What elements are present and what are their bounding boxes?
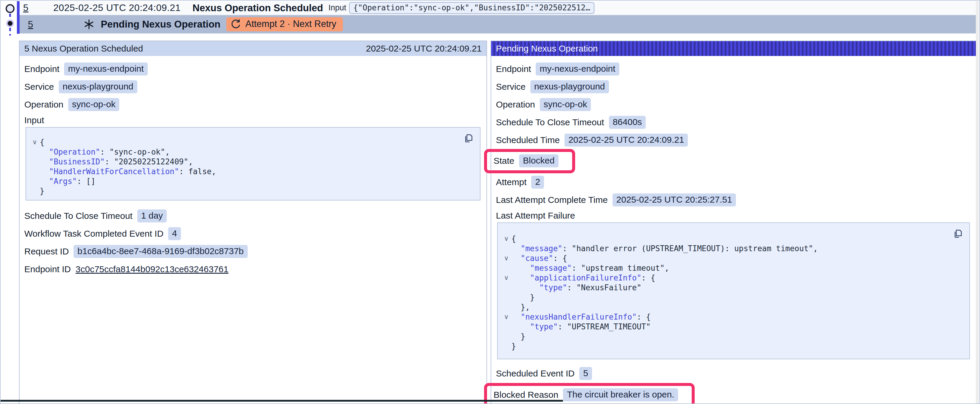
input-json-viewer: ∨ { "Operation": "sync-op-ok", "Business… bbox=[25, 127, 480, 201]
pending-operation-panel: Pending Nexus Operation Endpoint my-nexu… bbox=[491, 41, 977, 404]
json-line: "Operation": "sync-op-ok", bbox=[30, 147, 474, 157]
endpoint-id-link[interactable]: 3c0c75ccfa8144b092c13ce632463761 bbox=[76, 264, 228, 274]
field-row: Last Attempt Complete Time 2025-02-25 UT… bbox=[491, 191, 976, 209]
field-row: Service nexus-playground bbox=[491, 78, 976, 96]
field-row: Schedule To Close Timeout 1 day bbox=[19, 207, 487, 225]
field-label: Endpoint ID bbox=[24, 264, 71, 274]
input-preview-chip[interactable]: {"Operation":"sync-op-ok","BusinessID":"… bbox=[349, 2, 594, 14]
field-row: Scheduled Time 2025-02-25 UTC 20:24:09.2… bbox=[491, 131, 976, 149]
json-line: ∨ "cause": { bbox=[501, 253, 963, 263]
input-section-label: Input bbox=[19, 113, 487, 127]
scrollbar-track[interactable] bbox=[976, 1, 979, 403]
json-line: ∨ { bbox=[30, 137, 474, 147]
event-row-scheduled[interactable]: 5 2025-02-25 UTC 20:24:09.21 Nexus Opera… bbox=[19, 1, 977, 15]
retry-badge-label: Attempt 2 · Next Retry bbox=[245, 19, 336, 29]
field-row: Endpoint my-nexus-endpoint bbox=[491, 60, 976, 78]
field-value-badge: 1 day bbox=[137, 209, 167, 222]
chevron-down-icon[interactable]: ∨ bbox=[501, 234, 511, 244]
event-timestamp: 2025-02-25 UTC 20:24:09.21 bbox=[53, 2, 181, 13]
field-row: Attempt 2 bbox=[491, 173, 976, 191]
field-row: Workflow Task Completed Event ID 4 bbox=[19, 225, 487, 242]
field-label: Blocked Reason bbox=[493, 390, 558, 400]
field-value-badge: my-nexus-endpoint bbox=[64, 62, 147, 76]
copy-icon[interactable] bbox=[463, 132, 474, 144]
state-value-badge: Blocked bbox=[519, 154, 558, 167]
field-label: Request ID bbox=[24, 246, 69, 257]
field-label: Scheduled Time bbox=[496, 135, 560, 145]
field-row-state: State Blocked bbox=[489, 153, 563, 168]
field-value-badge: sync-op-ok bbox=[68, 98, 119, 111]
blocked-reason-badge: The circuit breaker is open. bbox=[563, 388, 678, 401]
retry-icon bbox=[231, 19, 241, 29]
state-annotation-box: State Blocked bbox=[484, 149, 575, 173]
json-line: } bbox=[501, 341, 963, 351]
panel-title: Pending Nexus Operation bbox=[496, 44, 598, 54]
json-line: "Args": [] bbox=[30, 176, 474, 186]
json-line: } bbox=[501, 292, 963, 302]
field-label: Last Attempt Complete Time bbox=[496, 195, 608, 205]
field-value-badge: my-nexus-endpoint bbox=[536, 62, 619, 76]
chevron-down-icon[interactable]: ∨ bbox=[30, 137, 40, 147]
json-line: "message": "upstream timeout", bbox=[501, 263, 963, 273]
pending-panel-header: Pending Nexus Operation bbox=[491, 41, 976, 56]
chevron-down-icon[interactable]: ∨ bbox=[501, 253, 511, 263]
event-title: Pending Nexus Operation bbox=[101, 19, 220, 30]
scheduled-event-detail-panel: 5 Nexus Operation Scheduled 2025-02-25 U… bbox=[19, 41, 487, 404]
panel-title: 5 Nexus Operation Scheduled bbox=[24, 44, 143, 54]
input-label: Input bbox=[328, 3, 346, 13]
field-row: Service nexus-playground bbox=[19, 78, 487, 96]
panel-timestamp: 2025-02-25 UTC 20:24:09.21 bbox=[366, 44, 482, 54]
nexus-asterisk-icon bbox=[84, 19, 94, 30]
field-value-badge: sync-op-ok bbox=[540, 98, 591, 111]
field-label: Schedule To Close Timeout bbox=[496, 117, 604, 127]
event-id-link[interactable]: 5 bbox=[28, 19, 33, 30]
field-label: Operation bbox=[24, 100, 64, 109]
json-line: } bbox=[501, 331, 963, 341]
chevron-down-icon[interactable]: ∨ bbox=[501, 312, 511, 322]
event-history-screen: 5 2025-02-25 UTC 20:24:09.21 Nexus Opera… bbox=[0, 0, 980, 404]
field-label: Service bbox=[24, 82, 54, 92]
json-line: ∨ "applicationFailureInfo": { bbox=[501, 273, 963, 282]
selected-events-indicator bbox=[17, 1, 19, 34]
field-row: Schedule To Close Timeout 86400s bbox=[491, 113, 976, 131]
field-row: Operation sync-op-ok bbox=[491, 96, 976, 113]
json-line: "message": "handler error (UPSTREAM_TIME… bbox=[501, 244, 963, 253]
json-line: "type": "NexusFailure" bbox=[501, 282, 963, 292]
timeline-open-event-icon bbox=[6, 4, 14, 13]
field-label: Operation bbox=[496, 100, 535, 109]
field-value-badge: nexus-playground bbox=[59, 80, 137, 93]
field-value-badge: 2 bbox=[531, 176, 544, 189]
field-row: Operation sync-op-ok bbox=[19, 96, 487, 113]
json-line: "HandlerWaitForCancellation": false, bbox=[30, 166, 474, 176]
field-value-badge: 2025-02-25 UTC 20:24:09.21 bbox=[565, 133, 688, 147]
failure-section-label: Last Attempt Failure bbox=[491, 209, 976, 222]
field-row: Endpoint ID 3c0c75ccfa8144b092c13ce63246… bbox=[19, 260, 487, 278]
chevron-down-icon[interactable]: ∨ bbox=[501, 273, 511, 282]
field-row: Request ID b1c6a4bc-8ee7-468a-9169-df3b0… bbox=[19, 242, 487, 260]
field-label: Workflow Task Completed Event ID bbox=[24, 229, 164, 239]
event-row-pending[interactable]: 5 Pending Nexus Operation Attempt 2 · Ne… bbox=[19, 15, 977, 33]
json-line: "BusinessID": "20250225122409", bbox=[30, 157, 474, 166]
field-label: Attempt bbox=[496, 177, 527, 187]
event-title: Nexus Operation Scheduled bbox=[192, 2, 323, 14]
field-label: Service bbox=[496, 82, 526, 92]
event-timeline bbox=[1, 1, 17, 39]
field-value-badge: b1c6a4bc-8ee7-468a-9169-df3b02c8737b bbox=[73, 245, 247, 258]
timeline-connector bbox=[9, 14, 11, 20]
field-label: Scheduled Event ID bbox=[496, 368, 574, 379]
event-id-link[interactable]: 5 bbox=[23, 2, 29, 13]
scheduled-panel-header: 5 Nexus Operation Scheduled 2025-02-25 U… bbox=[19, 41, 487, 56]
timeline-connector bbox=[9, 28, 11, 36]
json-line: ∨ "nexusHandlerFailureInfo": { bbox=[501, 312, 963, 322]
field-value-badge: 4 bbox=[168, 227, 181, 240]
json-line: "type": "UPSTREAM_TIMEOUT" bbox=[501, 322, 963, 331]
failure-json-viewer: ∨ { "message": "handler error (UPSTREAM_… bbox=[497, 222, 970, 359]
copy-icon[interactable] bbox=[952, 228, 964, 239]
json-line: }, bbox=[501, 302, 963, 312]
field-label: Schedule To Close Timeout bbox=[24, 211, 133, 221]
field-label: Endpoint bbox=[24, 64, 59, 74]
field-value-badge: 2025-02-25 UTC 20:25:27.51 bbox=[612, 193, 736, 206]
field-label: Endpoint bbox=[496, 64, 531, 74]
field-label: State bbox=[493, 156, 514, 166]
field-row: Endpoint my-nexus-endpoint bbox=[19, 60, 487, 78]
